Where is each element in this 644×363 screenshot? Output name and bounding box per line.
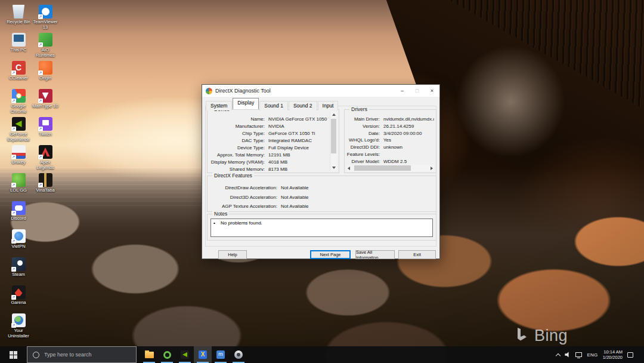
desktop-icon-recycle-bin[interactable]: Recycle Bin: [5, 5, 32, 25]
bing-watermark: Bing: [516, 327, 568, 345]
desktop-icon-label: Unikey: [5, 160, 32, 165]
scroll-right-icon[interactable]: [431, 167, 433, 170]
desktop-icon-twitch[interactable]: Twitch: [32, 117, 59, 137]
features-row: DirectDraw Acceleration:Not Available: [209, 183, 434, 193]
tab-sound1[interactable]: Sound 1: [259, 101, 288, 110]
scroll-thumb[interactable]: [354, 165, 411, 171]
unikey-icon: [12, 145, 26, 159]
field-label: Chip Type:: [209, 130, 268, 137]
desktop-icon-teamviewer[interactable]: TeamViewer 13: [32, 5, 59, 30]
scroll-down-icon[interactable]: [332, 167, 336, 169]
exit-button[interactable]: Exit: [398, 250, 436, 259]
scroll-left-icon[interactable]: [348, 167, 350, 170]
desktop-icon-label: LOL GG: [5, 188, 32, 193]
field-label: Feature Levels:: [346, 151, 383, 158]
device-row: DAC Type:Integrated RAMDAC: [209, 137, 329, 144]
tab-input[interactable]: Input: [318, 101, 339, 110]
field-label: DAC Type:: [209, 137, 268, 144]
drivers-row: Direct3D DDI:unknown: [346, 144, 434, 151]
field-label: Version:: [346, 123, 383, 130]
field-value: 12191 MB: [268, 152, 329, 159]
volume-icon[interactable]: [565, 352, 571, 358]
tab-system[interactable]: System: [206, 101, 232, 110]
taskbar-file-explorer[interactable]: [140, 346, 158, 363]
help-button[interactable]: Help: [218, 250, 247, 259]
action-center-icon[interactable]: [627, 352, 633, 358]
network-icon[interactable]: [575, 352, 582, 357]
desktop-icon-label: Discord: [5, 216, 32, 222]
search-input[interactable]: [44, 352, 128, 358]
close-button[interactable]: ×: [425, 85, 439, 97]
desktop-icon-geforce-experience[interactable]: GeForce Experience: [5, 117, 32, 142]
m-app-icon: m: [216, 350, 225, 359]
drivers-row: Date:3/4/2020 09:00:00: [346, 130, 434, 137]
tab-sound2[interactable]: Sound 2: [289, 101, 317, 110]
desktop-icon-garena[interactable]: Garena: [5, 285, 32, 306]
desktop-icon-aio-runtimes[interactable]: AiO Runtimes: [32, 33, 59, 58]
twitch-icon: [39, 117, 52, 131]
language-indicator[interactable]: ENG: [587, 352, 597, 358]
dxdiag-window: DirectX Diagnostic Tool – □ × System Dis…: [202, 84, 440, 259]
desktop-icon-vietpn[interactable]: VietPN: [5, 229, 32, 250]
this-pc-icon: [12, 33, 26, 47]
next-page-button[interactable]: Next Page: [310, 250, 351, 259]
drivers-scrollbar[interactable]: [346, 165, 434, 171]
vietpn-icon: [12, 229, 26, 243]
desktop-icon-ccleaner[interactable]: CCleaner: [5, 61, 32, 81]
device-scrollbar[interactable]: [330, 112, 337, 171]
start-button[interactable]: [0, 346, 27, 363]
device-row: Display Memory (VRAM):4018 MB: [209, 159, 329, 166]
save-all-information-button[interactable]: Save All Information...: [355, 250, 395, 259]
field-label: Approx. Total Memory:: [209, 152, 268, 159]
taskbar-green-app[interactable]: [158, 346, 176, 363]
desktop-icon-discord[interactable]: Discord: [5, 201, 32, 222]
taskbar-search[interactable]: [27, 346, 137, 363]
device-row: Shared Memory:8173 MB: [209, 166, 329, 171]
field-label: Shared Memory:: [209, 166, 268, 171]
desktop-icon-mathtype[interactable]: MathType 10: [32, 89, 59, 109]
drivers-row: Main Driver:nvldumdx.dll,nvldumdx.dll,nv…: [346, 116, 434, 123]
desktop-icon-apex-legends[interactable]: Apex Legends: [32, 145, 59, 170]
desktop-icon-label: This PC: [5, 48, 32, 53]
desktop-icon-this-pc[interactable]: This PC: [5, 33, 32, 53]
scroll-up-icon[interactable]: [332, 113, 336, 116]
geforce-icon: [181, 350, 189, 359]
field-value: Not Available: [281, 202, 434, 211]
features-row: AGP Texture Acceleration:Not Available: [209, 202, 434, 211]
desktop-icon-origin[interactable]: Origin: [32, 61, 59, 81]
taskbar-m-app[interactable]: m: [212, 346, 230, 363]
desktop-icon-label: Your Uninstaller: [5, 328, 32, 339]
taskbar-clock[interactable]: 10:14 AM 1/20/2020: [603, 349, 623, 360]
scroll-thumb[interactable]: [331, 119, 336, 153]
field-value: Yes: [383, 137, 434, 144]
origin-icon: [39, 61, 52, 75]
desktop-icon-chrome[interactable]: Google Chrome: [5, 89, 32, 114]
hidden-icons-chevron-icon[interactable]: [556, 353, 561, 358]
tab-display[interactable]: Display: [233, 98, 259, 109]
desktop-icon-vinataba[interactable]: VinaTaba: [32, 173, 59, 193]
chrome-icon: [12, 89, 26, 103]
desktop-icon-your-uninstaller[interactable]: Your Uninstaller: [5, 313, 32, 339]
taskbar-geforce-experience[interactable]: [176, 346, 194, 363]
field-label: Main Driver:: [346, 116, 383, 123]
desktop-icon-steam[interactable]: Steam: [5, 257, 32, 278]
title-bar[interactable]: DirectX Diagnostic Tool – □ ×: [202, 85, 439, 97]
desktop-icon-unikey[interactable]: Unikey: [5, 145, 32, 165]
vinataba-icon: [39, 173, 52, 187]
desktop-icon-lol-gg[interactable]: LOL GG: [5, 173, 32, 193]
taskbar: X m ENG 10:14 AM 1/20/2020: [0, 346, 644, 363]
desktop-icon-label: CCleaner: [5, 76, 32, 81]
search-icon: [33, 352, 39, 358]
desktop-icon-label: VinaTaba: [32, 188, 59, 193]
device-row: Chip Type:GeForce GTX 1050 Ti: [209, 130, 329, 137]
taskbar-swirl-app[interactable]: [230, 346, 247, 363]
notes-list[interactable]: • No problems found.: [210, 219, 433, 237]
minimize-button[interactable]: –: [395, 85, 410, 97]
taskbar-dxdiag[interactable]: X: [194, 346, 212, 363]
field-value: Not Available: [281, 183, 434, 193]
desktop-icon-label: AiO Runtimes: [32, 48, 59, 58]
field-value: Full Display Device: [268, 144, 329, 152]
recycle-bin-icon: [12, 5, 26, 19]
bing-logo-icon: [516, 327, 529, 345]
field-value: Not Available: [281, 193, 434, 202]
